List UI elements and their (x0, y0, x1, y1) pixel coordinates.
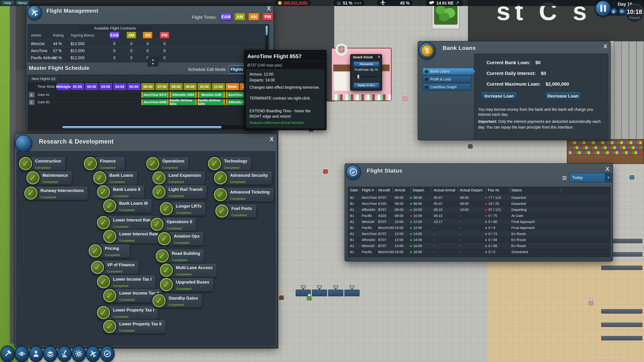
research-node-technology[interactable]: ✓TechnologyCompleted (209, 157, 252, 171)
flight-status-row[interactable]: A1WestJetB70710:0012:0010:17-0 / 80Final… (349, 219, 609, 225)
flight-chip[interactable]: AffordAir 4394 (170, 92, 197, 98)
flight-time-button-an[interactable]: AN (248, 13, 259, 20)
toolbar-flight-status-button[interactable] (100, 346, 114, 362)
toolbar-staff-button[interactable] (29, 346, 43, 362)
resize-handle[interactable]: ▲▼ (148, 57, 158, 66)
time-slot-08:00[interactable]: 08:00 (170, 83, 183, 90)
bank-tab-profit-loss[interactable]: Profit & Loss (422, 76, 472, 83)
pause-button[interactable] (595, 0, 611, 16)
research-node-runway-intersections[interactable]: ✓Runway IntersectionsCompleted (25, 186, 88, 200)
time-slot-noon[interactable]: Noon (226, 83, 239, 90)
research-node-operations[interactable]: ✓OperationsCompleted (147, 157, 189, 171)
research-node-lower-property-tax-i[interactable]: ✓Lower Property Tax ICompleted (98, 306, 158, 320)
schedule-scrollbar[interactable] (62, 125, 268, 129)
aircraft-pill[interactable]: 45 % (377, 0, 412, 6)
help-button[interactable]: Help (1, 0, 14, 5)
flight-chip[interactable]: Pacific Airlines 5393 (198, 99, 225, 105)
toolbar-finance-button[interactable] (43, 346, 58, 362)
flight-chip[interactable]: WestJet 1198 (198, 92, 225, 98)
time-slot-10:00[interactable]: 10:00 (198, 83, 211, 90)
time-slot-05:00[interactable]: 05:00 (127, 83, 140, 90)
flight-status-row[interactable]: A1AeroTimeB70706:0008:0005:4708:0077 / 1… (349, 195, 609, 200)
new-flights-row[interactable]: New Flights (0) (28, 75, 269, 82)
research-node-road-building[interactable]: ✓Road BuildingCompleted (157, 249, 204, 263)
close-icon[interactable]: X (606, 166, 609, 172)
close-icon[interactable]: X (604, 43, 607, 50)
toolbar-research-button[interactable] (57, 346, 72, 362)
flight-status-row[interactable]: B1AeroTimeE19506:0008:0005:4708:0018 / 2… (349, 201, 609, 206)
money-pill[interactable]: $ ($5,031,535) (275, 0, 310, 6)
close-icon[interactable]: X (378, 55, 380, 59)
research-node-longer-lrts[interactable]: ✓Longer LRTsCompleted (161, 202, 206, 216)
flight-chip[interactable]: Pacific Airlines 3351 (170, 99, 197, 105)
contract-row[interactable]: Pacific Airlines50 %$12,5000000 (28, 55, 263, 61)
time-slot-03:00[interactable]: 03:00 (99, 83, 112, 90)
research-node-bank-loans[interactable]: ✓Bank LoansCompleted (94, 171, 138, 185)
dismantle-button[interactable]: Dismantle (354, 62, 379, 67)
time-slot-04:00[interactable]: 04:00 (113, 83, 126, 90)
research-node-light-rail-transit[interactable]: ✓Light Rail TransitCompleted (154, 185, 207, 199)
time-slot-11:00[interactable]: 11:00 (212, 83, 225, 90)
close-icon[interactable]: X (267, 5, 271, 12)
bank-tab-cashflow-graph[interactable]: Cashflow Graph (422, 84, 472, 91)
time-slot-09:00[interactable]: 09:00 (184, 83, 197, 90)
research-node-upgraded-buses[interactable]: ✓Upgraded BusesCompleted (161, 278, 214, 292)
research-node-construction[interactable]: ✓ConstructionCompleted (20, 157, 66, 171)
flight-status-row[interactable]: B1AffordAirB70712:0014:00--0 / 93En Rout… (349, 237, 609, 243)
flight-time-button-eam[interactable]: EAM (220, 13, 231, 20)
research-node-lower-income-tax-i[interactable]: ✓Lower Income Tax ICompleted (98, 275, 156, 289)
research-node-multi-lane-access[interactable]: ✓Multi-Lane AccessCompleted (161, 263, 217, 277)
research-node-finance[interactable]: ✓FinanceCompleted (85, 157, 125, 171)
flight-status-row[interactable]: A1PacificBeech19016:0018:00--0 / 5Schedu… (349, 249, 609, 255)
research-node-standby-gates[interactable]: ✓Standby GatesCompleted (154, 294, 202, 308)
research-node-bank-loans-ii[interactable]: ✓Bank Loans IICompleted (98, 185, 145, 199)
close-icon[interactable]: X (270, 136, 274, 143)
time-slot-07:00[interactable]: 07:00 (155, 83, 169, 90)
date-filter-dropdown[interactable]: Today ▼ (569, 173, 612, 182)
time-slot-midnight[interactable]: Midnight (57, 83, 70, 90)
research-node-bank-loans-iii[interactable]: ✓Bank Loans IIICompleted (104, 199, 152, 213)
increase-loan-button[interactable]: Increase Loan (481, 91, 517, 100)
contract-row[interactable]: AeroTime57 %$12,5000000 (28, 48, 263, 54)
flight-status-row[interactable]: A1WestJetB70714:0016:00--0 / 68En Route (349, 243, 609, 249)
research-node-fuel-ports[interactable]: ✓Fuel PortsCompleted (216, 204, 256, 218)
research-node-advanced-ticketing[interactable]: ✓Advanced TicketingCompleted (215, 188, 274, 202)
flight-time-button-pm[interactable]: PM (262, 13, 273, 20)
slider-handle[interactable] (357, 74, 360, 79)
research-node-operations-ii[interactable]: ✓Operations IICompleted (152, 217, 196, 231)
contract-row[interactable]: AffordAir51 %$12,5000000 (28, 62, 263, 62)
research-node-lower-property-tax-ii[interactable]: ✓Lower Property Tax IICompleted (104, 320, 166, 334)
bank-tab-bank-loans[interactable]: Bank Loans (422, 68, 476, 75)
check-icon: ✓ (24, 187, 38, 200)
flight-status-row[interactable]: B1PacificBeech19010:0012:00--0 / 9Final … (349, 225, 609, 231)
research-node-land-expansion[interactable]: ✓Land ExpansionCompleted (154, 171, 205, 185)
flight-time-button-am[interactable]: AM (234, 13, 245, 20)
flight-status-row[interactable]: A1AeroTimeB73712:0014:00--0 / 74En Route (349, 231, 609, 237)
time-slot-01:00[interactable]: 01:00 (71, 83, 84, 90)
edit-mode-button[interactable]: Flights (229, 65, 245, 73)
menu-button[interactable]: Menu (16, 0, 29, 5)
happiness-pill[interactable]: ☺ 51 % +++ (334, 0, 364, 6)
contract-row[interactable]: WestJet44 %$12,5000000 (28, 40, 263, 47)
fast-forward-button[interactable]: ≫ (618, 8, 626, 15)
research-node-aviation-ops[interactable]: ✓Aviation OpsCompleted (159, 232, 204, 246)
toolbar-build-tools-button[interactable] (0, 346, 15, 362)
toolbar-operations-button[interactable] (72, 346, 86, 362)
flight-status-row[interactable]: A1AffordAirB76708:0010:0008:1510:0097 / … (349, 207, 609, 213)
flight-status-row[interactable]: B1PacificA32008:0010:0008:15-0 / 75At Ga… (349, 213, 609, 219)
time-slot-02:00[interactable]: 02:00 (85, 83, 98, 90)
toolbar-floor-tiles-button[interactable] (14, 346, 29, 362)
flight-chip[interactable]: AeroTime 6008 (141, 99, 169, 105)
research-node-vp-of-finance[interactable]: ✓VP of FinanceCompleted (92, 260, 139, 275)
flight-chip[interactable]: AeroTime 5474 (141, 92, 169, 98)
research-node-advanced-security[interactable]: ✓Advanced SecurityCompleted (215, 171, 272, 185)
time-slot-06:00[interactable]: 06:00 (141, 83, 155, 90)
decrease-loan-button[interactable]: Decrease Loan (545, 91, 581, 100)
filter-icon[interactable] (562, 175, 567, 182)
apply-all-button[interactable]: Apply to ALL (354, 83, 379, 88)
play-button[interactable]: ▶ (610, 8, 618, 15)
research-node-pricing[interactable]: ✓PricingCompleted (90, 244, 130, 258)
toolbar-flight-management-button[interactable] (86, 346, 100, 362)
weather-pill[interactable]: 14 Kt NE (426, 0, 463, 6)
research-node-maintenance[interactable]: ✓MaintenanceCompleted (27, 171, 72, 185)
